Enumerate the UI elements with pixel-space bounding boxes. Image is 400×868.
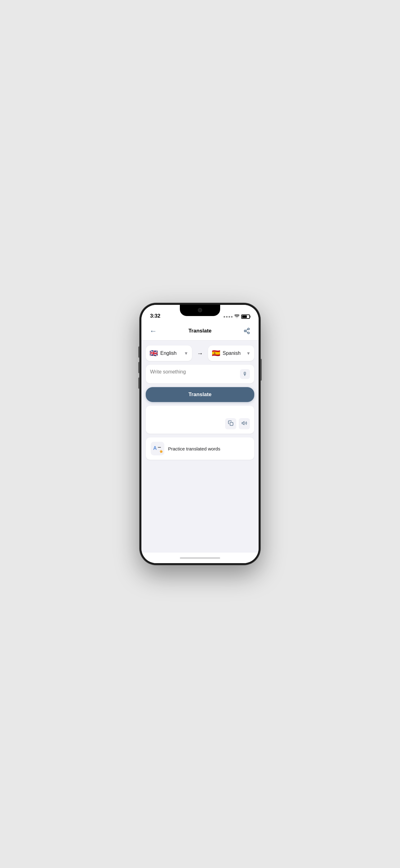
arrow-right-icon: →: [197, 350, 203, 357]
copy-icon: [228, 420, 233, 427]
mic-button[interactable]: 🎙: [240, 369, 250, 379]
back-button[interactable]: ←: [147, 326, 159, 337]
input-card: 🎙: [146, 365, 254, 383]
source-language-selector[interactable]: 🇬🇧 English ▼: [146, 345, 192, 361]
practice-icon: A: [151, 442, 164, 456]
page-title: Translate: [189, 328, 212, 334]
language-selector-row: 🇬🇧 English ▼ → 🇪🇸 Spanish ▼: [146, 345, 254, 361]
home-indicator: [141, 553, 259, 563]
wifi-icon: [234, 314, 239, 319]
source-language-name: English: [160, 350, 181, 356]
share-icon: [243, 328, 250, 334]
output-card: [146, 406, 254, 434]
status-time: 3:32: [150, 313, 160, 319]
scroll-area: 🇬🇧 English ▼ → 🇪🇸 Spanish ▼: [141, 341, 259, 553]
copy-button[interactable]: [225, 418, 236, 429]
home-bar: [180, 557, 220, 559]
practice-label: Practice translated words: [168, 446, 220, 452]
translate-button[interactable]: Translate: [146, 387, 254, 402]
status-icons: [224, 314, 250, 319]
svg-point-2: [248, 332, 249, 334]
speaker-icon: [241, 420, 247, 427]
svg-line-4: [246, 330, 248, 331]
back-arrow-icon: ←: [149, 327, 157, 335]
signal-icon: [224, 316, 233, 318]
target-chevron-icon: ▼: [246, 351, 251, 356]
phone-device: 3:32: [139, 303, 261, 565]
translate-button-label: Translate: [189, 392, 212, 397]
target-language-selector[interactable]: 🇪🇸 Spanish ▼: [208, 345, 254, 361]
svg-marker-8: [160, 450, 163, 453]
speaker-button[interactable]: [239, 418, 250, 429]
svg-point-0: [248, 328, 249, 330]
svg-text:A: A: [153, 445, 157, 451]
phone-screen: 3:32: [141, 305, 259, 563]
notch: [180, 305, 220, 316]
nav-bar: ← Translate: [141, 321, 259, 341]
output-text: [150, 410, 250, 416]
practice-card[interactable]: A Practice translated words: [146, 437, 254, 460]
source-flag-icon: 🇬🇧: [149, 350, 158, 357]
svg-point-1: [244, 330, 246, 332]
share-button[interactable]: [241, 326, 253, 337]
battery-icon: [241, 314, 250, 319]
app-content: ← Translate 🇬: [141, 321, 259, 563]
source-chevron-icon: ▼: [184, 351, 188, 356]
target-flag-icon: 🇪🇸: [212, 350, 220, 357]
translation-input[interactable]: [150, 369, 237, 378]
language-swap-arrow: →: [194, 350, 206, 357]
target-language-name: Spanish: [223, 350, 244, 356]
svg-marker-6: [242, 422, 244, 425]
svg-rect-5: [230, 423, 233, 426]
front-camera: [198, 308, 202, 312]
mic-icon: 🎙: [242, 371, 247, 377]
output-actions: [150, 418, 250, 429]
svg-line-3: [246, 331, 248, 333]
